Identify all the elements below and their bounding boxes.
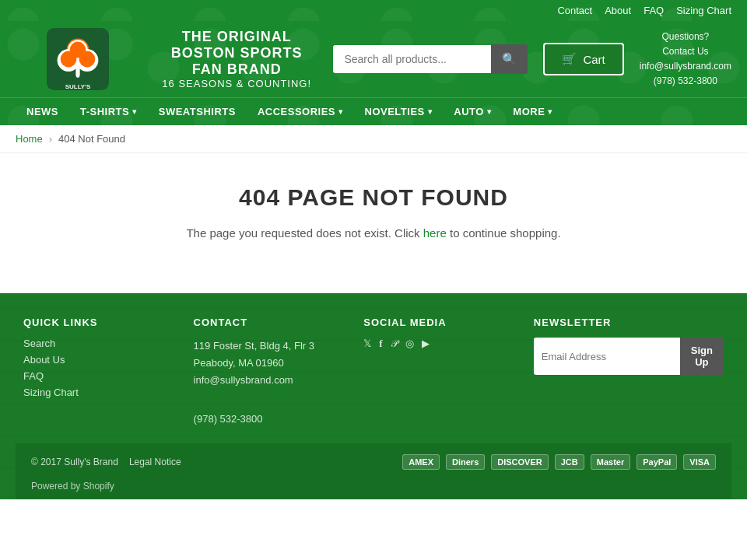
quick-links-heading: QUICK LINKS (23, 317, 178, 328)
discover-payment-icon: DISCOVER (491, 454, 548, 470)
newsletter-signup-button[interactable]: Sign Up (680, 338, 724, 375)
svg-point-11 (61, 51, 77, 68)
footer-sizing-link[interactable]: Sizing Chart (23, 387, 178, 398)
nav-accessories[interactable]: ACCESSORIES ▾ (247, 98, 354, 125)
cart-button[interactable]: 🛒 Cart (543, 43, 623, 75)
shopify-link[interactable]: Powered by Shopify (31, 481, 114, 492)
contact-heading: CONTACT (194, 317, 349, 328)
diners-payment-icon: Diners (446, 454, 485, 470)
breadcrumb-home-link[interactable]: Home (16, 133, 43, 145)
contact-info: Questions? Contact Us info@sullysbrand.c… (640, 30, 731, 89)
message-after: to continue shopping. (447, 226, 561, 240)
facebook-icon[interactable]: f (379, 338, 382, 350)
footer-bottom: © 2017 Sully's Brand Legal Notice AMEX D… (16, 443, 731, 481)
social-heading: SOCIAL MEDIA (363, 317, 518, 328)
breadcrumb-current: 404 Not Found (58, 133, 125, 145)
nav-news[interactable]: NEWS (16, 98, 69, 125)
top-about-link[interactable]: About (605, 5, 631, 16)
contact-phone: (978) 532-3800 (194, 413, 263, 425)
contact-email-link[interactable]: info@sullysbrand.com (194, 372, 349, 389)
nav-sweatshirts[interactable]: SWEATSHIRTS (148, 98, 247, 125)
chevron-down-icon: ▾ (487, 107, 492, 116)
header: SULLY'S THE ORIGINAL BOSTON SPORTS FAN B… (0, 21, 747, 97)
nav: NEWS T-SHIRTS ▾ SWEATSHIRTS ACCESSORIES … (0, 97, 747, 125)
message-before: The page you requested does not exist. C… (186, 226, 423, 240)
page-title: 404 PAGE NOT FOUND (16, 184, 731, 211)
questions-label: Questions? (640, 30, 731, 44)
chevron-down-icon: ▾ (428, 107, 433, 116)
breadcrumb: Home › 404 Not Found (0, 125, 747, 153)
contact-us-link[interactable]: Contact Us (662, 46, 708, 57)
nav-more[interactable]: MORE ▾ (502, 98, 563, 125)
social-icons-group: 𝕏 f 𝒫 ◎ ▶ (363, 338, 518, 355)
footer-search-link[interactable]: Search (23, 338, 178, 349)
search-input[interactable] (333, 45, 491, 73)
top-faq-link[interactable]: FAQ (644, 5, 664, 16)
not-found-message: The page you requested does not exist. C… (16, 226, 731, 240)
phone-number: (978) 532-3800 (640, 74, 731, 89)
top-contact-link[interactable]: Contact (557, 5, 592, 16)
nav-auto[interactable]: AUTO ▾ (443, 98, 502, 125)
twitter-icon[interactable]: 𝕏 (363, 338, 371, 350)
footer: QUICK LINKS Search About Us FAQ Sizing C… (0, 293, 747, 499)
footer-bottom-left: © 2017 Sully's Brand Legal Notice (31, 457, 181, 467)
jcb-payment-icon: JCB (555, 454, 584, 470)
continue-shopping-link[interactable]: here (423, 226, 447, 240)
brand-sub-title: 16 SEASONS & COUNTING! (156, 78, 317, 89)
instagram-icon[interactable]: ◎ (405, 338, 414, 350)
breadcrumb-separator: › (49, 133, 52, 145)
contact-address2: Peabody, MA 01960 (194, 357, 284, 369)
cart-label: Cart (583, 53, 605, 66)
email-link[interactable]: info@sullysbrand.com (640, 61, 731, 72)
footer-faq-link[interactable]: FAQ (23, 370, 178, 382)
master-payment-icon: Master (591, 454, 630, 470)
nav-tshirts[interactable]: T-SHIRTS ▾ (69, 98, 148, 125)
visa-payment-icon: VISA (683, 454, 716, 470)
brand-main-title: THE ORIGINAL BOSTON SPORTS FAN BRAND (156, 29, 317, 78)
footer-newsletter: NEWSLETTER Sign Up (534, 317, 724, 428)
logo[interactable]: SULLY'S (31, 32, 124, 86)
footer-contact: CONTACT 119 Foster St, Bldg 4, Flr 3 Pea… (194, 317, 349, 428)
footer-grid: QUICK LINKS Search About Us FAQ Sizing C… (23, 317, 724, 428)
youtube-icon[interactable]: ▶ (422, 338, 430, 350)
copyright: © 2017 Sully's Brand (31, 457, 118, 467)
pinterest-icon[interactable]: 𝒫 (391, 338, 398, 350)
svg-text:SULLY'S: SULLY'S (65, 83, 91, 90)
powered-by: Powered by Shopify (16, 481, 731, 499)
cart-icon: 🛒 (562, 52, 577, 66)
footer-social: SOCIAL MEDIA 𝕏 f 𝒫 ◎ ▶ (363, 317, 518, 428)
search-area: 🔍 (333, 44, 528, 74)
nav-novelties[interactable]: NOVELTIES ▾ (354, 98, 444, 125)
amex-payment-icon: AMEX (402, 454, 440, 470)
svg-rect-13 (76, 67, 80, 77)
search-button[interactable]: 🔍 (491, 44, 528, 74)
footer-about-link[interactable]: About Us (23, 354, 178, 366)
contact-address1: 119 Foster St, Bldg 4, Flr 3 (194, 340, 314, 352)
newsletter-email-input[interactable] (534, 338, 680, 375)
chevron-down-icon: ▾ (338, 107, 343, 116)
top-bar: Contact About FAQ Sizing Chart (0, 0, 747, 21)
main-content: 404 PAGE NOT FOUND The page you requeste… (0, 153, 747, 293)
legal-notice-link[interactable]: Legal Notice (129, 457, 181, 467)
newsletter-heading: NEWSLETTER (534, 317, 724, 328)
logo-area: SULLY'S (16, 32, 140, 86)
payment-icons: AMEX Diners DISCOVER JCB Master PayPal V… (402, 454, 716, 470)
footer-quick-links: QUICK LINKS Search About Us FAQ Sizing C… (23, 317, 178, 428)
paypal-payment-icon: PayPal (637, 454, 677, 470)
newsletter-form: Sign Up (534, 338, 724, 375)
top-sizing-chart-link[interactable]: Sizing Chart (676, 5, 731, 16)
chevron-down-icon: ▾ (132, 107, 137, 116)
chevron-down-icon: ▾ (548, 107, 552, 116)
svg-point-12 (79, 51, 96, 68)
brand-text: THE ORIGINAL BOSTON SPORTS FAN BRAND 16 … (156, 29, 317, 89)
